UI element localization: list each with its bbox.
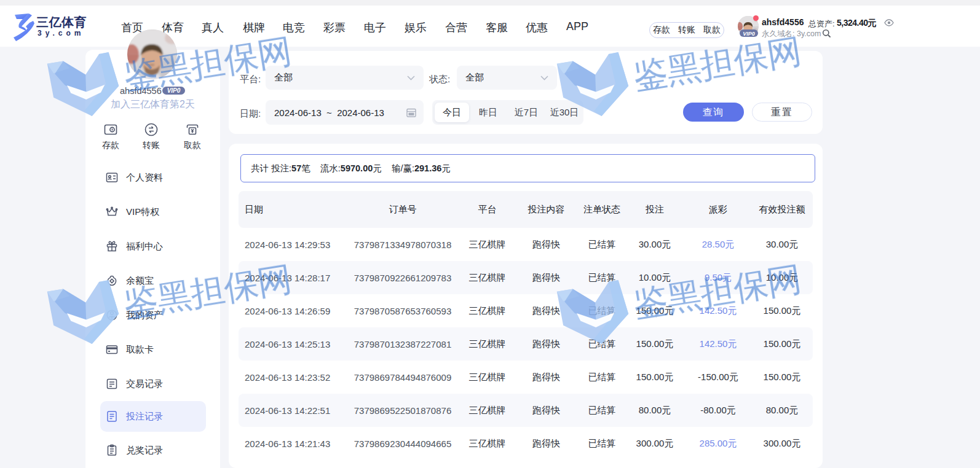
svg-text:VIP0: VIP0 xyxy=(167,87,181,94)
svg-text:VIP0: VIP0 xyxy=(743,31,755,37)
